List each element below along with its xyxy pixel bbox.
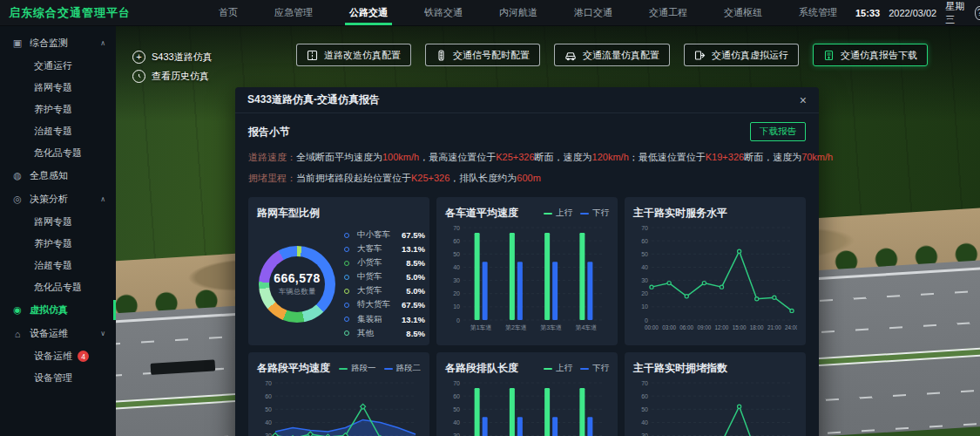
legend-item[interactable]: 路段一 — [339, 363, 376, 374]
legend-item[interactable]: 下行 — [580, 208, 609, 219]
nav-tab-5[interactable]: 内河航道 — [481, 0, 556, 25]
sidebar-item-14[interactable]: ⌂设备运维∨ — [0, 322, 116, 345]
report-summary-text: 道路速度：全域断面平均速度为100km/h，最高速位置位于K25+326断面，速… — [248, 146, 806, 188]
sidebar-item-label: 交通运行 — [34, 59, 72, 72]
svg-text:第1车道: 第1车道 — [470, 324, 492, 330]
report-summary-header: 报告小节 下载报告 — [248, 122, 806, 141]
legend-name: 中货车 — [357, 271, 390, 283]
sidebar-item-label: 养护专题 — [34, 237, 72, 250]
nav-tab-1[interactable]: 首页 — [200, 0, 256, 25]
chart-title: 各路段排队长度 — [445, 361, 518, 376]
nav-tab-3[interactable]: 公路交通 — [331, 0, 406, 25]
sim-location-button[interactable]: + S433道路仿真 — [132, 51, 213, 64]
report-text: 断面，速度为 — [535, 152, 592, 162]
sidebar-item-10[interactable]: 养护专题 — [0, 233, 116, 255]
svg-text:0: 0 — [456, 317, 460, 324]
svg-text:70: 70 — [641, 380, 648, 386]
pie-legend-row[interactable]: 其他8.5%20 — [344, 328, 429, 339]
nav-tab-2[interactable]: 应急管理 — [256, 0, 331, 25]
pie-legend-row[interactable]: 中小客车67.5%65 — [344, 229, 429, 241]
svg-text:0: 0 — [645, 317, 648, 324]
chart-card-header: 主干路实时服务水平 — [633, 206, 797, 221]
sidebar-item-4[interactable]: 养护专题 — [0, 99, 116, 120]
clock-icon — [132, 70, 145, 83]
pie-legend-row[interactable]: 特大货车67.5%65 — [344, 299, 429, 310]
traffic-flow-config-button[interactable]: 交通流量仿真配置 — [554, 44, 670, 66]
pie-legend-row[interactable]: 大客车13.1%30 — [344, 243, 429, 255]
legend-item[interactable]: 下行 — [580, 363, 609, 374]
legend-dot-icon — [344, 233, 349, 238]
svg-text:50: 50 — [265, 406, 272, 412]
report-download-button[interactable]: 交通仿真报告下载 — [813, 44, 928, 66]
nav-tab-6[interactable]: 港口交通 — [556, 0, 631, 25]
sidebar-item-11[interactable]: 治超专题 — [0, 255, 116, 276]
pie-legend-row[interactable]: 小货车8.5%20 — [344, 257, 429, 269]
signal-timing-config-button[interactable]: 交通信号配时配置 — [425, 44, 540, 66]
clock-date: 2022/03/02 — [889, 8, 936, 18]
download-report-button[interactable]: 下载报告 — [750, 122, 806, 141]
svg-text:40: 40 — [265, 419, 272, 426]
help-icon[interactable]: ? — [975, 6, 980, 20]
report-line-1: 道路速度：全域断面平均速度为100km/h，最高速位置位于K25+326断面，速… — [248, 146, 806, 167]
sidebar-item-label: 设备运维 — [30, 327, 68, 340]
history-sim-button[interactable]: 查看历史仿真 — [132, 70, 209, 83]
legend-dot-icon — [344, 303, 349, 308]
close-icon[interactable]: × — [800, 94, 807, 106]
legend-item[interactable]: 路段二 — [384, 363, 422, 374]
nav-tab-4[interactable]: 铁路交通 — [406, 0, 481, 25]
svg-text:70: 70 — [265, 380, 272, 386]
monitor-icon: ▣ — [11, 37, 24, 49]
sidebar-item-2[interactable]: 交通运行 — [0, 55, 116, 77]
button-label: 交通信号配时配置 — [453, 49, 530, 62]
sidebar-item-label: 决策分析 — [30, 193, 68, 206]
donut-ring: 666,578车辆总数量 — [259, 246, 335, 323]
legend-percent: 67.5% — [394, 300, 425, 310]
legend-item[interactable]: 上行 — [544, 363, 572, 374]
legend-count: 30 — [429, 315, 429, 324]
legend-percent: 13.1% — [394, 315, 425, 324]
simulation-report-modal: S433道路仿真-交通仿真报告 × 报告小节 下载报告 道路速度：全域断面平均速… — [235, 87, 819, 436]
sidebar-item-5[interactable]: 治超专题 — [0, 120, 116, 142]
pie-legend-row[interactable]: 集装箱13.1%30 — [344, 314, 429, 325]
svg-text:15:00: 15:00 — [733, 324, 747, 330]
nav-tab-7[interactable]: 交通工程 — [631, 0, 706, 25]
nav-tab-8[interactable]: 交通枢纽 — [706, 0, 781, 25]
sidebar-item-6[interactable]: 危化品专题 — [0, 142, 116, 164]
legend-percent: 8.5% — [394, 329, 425, 338]
pie-legend-row[interactable]: 大货车5.0%2 — [344, 285, 429, 296]
svg-text:30: 30 — [453, 277, 460, 283]
sidebar-item-15[interactable]: 设备运维4 — [0, 345, 116, 367]
svg-text:50: 50 — [641, 406, 648, 412]
sidebar-item-16[interactable]: 设备管理 — [0, 367, 116, 389]
chart-card-header: 各路段排队长度上行下行 — [445, 361, 609, 376]
sidebar-item-9[interactable]: 路网专题 — [0, 211, 116, 233]
chart-card-6: 主干路实时拥堵指数010203040506070 — [625, 352, 806, 436]
highlight-value: 600m — [517, 173, 541, 183]
sidebar-item-3[interactable]: 路网专题 — [0, 77, 116, 99]
sidebar-item-8[interactable]: ◎决策分析∧ — [0, 187, 116, 211]
svg-text:第4车道: 第4车道 — [575, 324, 597, 330]
legend-name: 大货车 — [357, 285, 390, 296]
report-line-label: 拥堵里程： — [248, 173, 296, 183]
legend-count: 30 — [429, 244, 429, 254]
plus-circle-icon: + — [132, 51, 145, 64]
chart-title: 主干路实时服务水平 — [633, 206, 727, 221]
svg-text:20: 20 — [641, 290, 648, 296]
svg-text:30: 30 — [641, 433, 648, 436]
sidebar-item-1[interactable]: ▣综合监测∧ — [0, 31, 116, 55]
chart-card-5: 各路段排队长度上行下行010203040506070 — [436, 352, 618, 436]
sidebar-item-7[interactable]: ◍全息感知 — [0, 164, 116, 187]
virtual-run-button[interactable]: 交通仿真虚拟运行 — [684, 44, 799, 66]
chart-legend: 上行下行 — [544, 206, 609, 219]
button-label: 交通仿真报告下载 — [841, 49, 917, 62]
nav-tab-9[interactable]: 系统管理 — [781, 0, 855, 25]
road-rebuild-config-button[interactable]: 道路改造仿真配置 — [296, 44, 411, 66]
legend-dot-icon — [344, 330, 349, 336]
chevron-down-icon: ∨ — [100, 330, 105, 337]
legend-count: 2 — [429, 286, 429, 296]
legend-item[interactable]: 上行 — [544, 208, 572, 219]
brand-title: 启东综合交通管理平台 — [0, 5, 139, 21]
sidebar-item-13[interactable]: ◉虚拟仿真 — [0, 298, 116, 322]
sidebar-item-12[interactable]: 危化品专题 — [0, 276, 116, 298]
pie-legend-row[interactable]: 中货车5.0%2 — [344, 271, 429, 283]
